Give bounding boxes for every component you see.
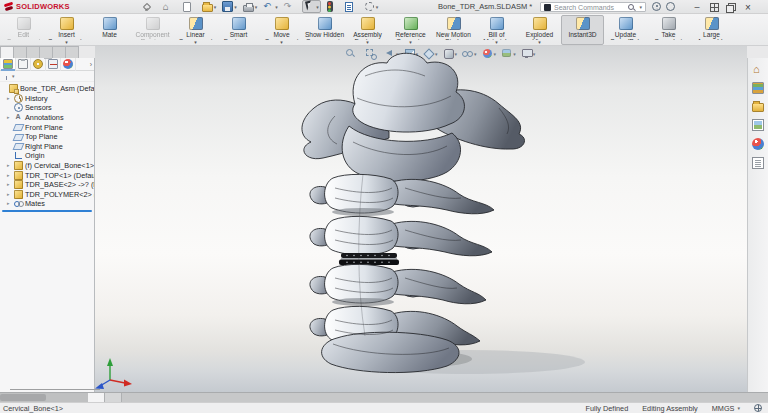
ribbon-button-edit-component[interactable]: Edit Component ▾ [2, 15, 45, 45]
tab-assembly[interactable] [0, 46, 13, 58]
tdr-implant [339, 253, 399, 265]
custom-properties-icon[interactable] [752, 157, 764, 169]
document-title: Bone_TDR_Asm.SLDASM * [438, 0, 532, 14]
search-icon[interactable] [627, 3, 635, 11]
quick-access-undo[interactable]: ▾ [261, 0, 280, 13]
filter-icon[interactable] [3, 72, 10, 80]
tab-scroll-area[interactable] [0, 393, 88, 402]
manager-tab-feature-manager[interactable] [1, 58, 16, 71]
quick-access-new-document[interactable]: ▾ [180, 0, 198, 13]
quick-access-select[interactable]: ▾ [302, 0, 321, 13]
quick-access-print[interactable]: ▾ [241, 0, 260, 13]
manager-tab-dimxpert-manager[interactable] [46, 58, 61, 71]
tab-layout[interactable] [13, 46, 26, 58]
large-assembly-settings-icon [705, 17, 719, 30]
help-icon[interactable] [666, 2, 675, 11]
search-commands-box[interactable]: Search Commands ▾ [540, 2, 646, 12]
tree-item-sensors[interactable]: ▸ Sensors [0, 103, 94, 113]
part-icon [14, 161, 23, 170]
design-library-icon[interactable] [752, 82, 764, 94]
tree-item-tdr-base-2[interactable]: ▸ TDR_BASE<2> ->? (Default) <<De [0, 180, 94, 190]
ribbon-button-large-assembly-settings[interactable]: Large Assembly Settings ▾ [690, 15, 733, 45]
titlebar-icons [652, 2, 675, 11]
move-component-icon [275, 17, 289, 30]
command-manager-tabs [0, 46, 79, 58]
ribbon-button-mate[interactable]: Mate ▾ [88, 15, 131, 45]
reference-geometry-icon [404, 17, 418, 30]
plane-icon [13, 124, 25, 131]
quick-access-save[interactable]: ▾ [220, 0, 239, 13]
quick-access-rebuild[interactable]: ▾ [323, 0, 341, 13]
display-manager-icon [63, 59, 73, 69]
quick-access-redo[interactable]: ▾ [282, 0, 301, 13]
tree-selection-line [2, 210, 92, 212]
component-preview-window-icon [146, 17, 160, 30]
ribbon-button-exploded-view[interactable]: Exploded View ▾ [518, 15, 561, 45]
take-snapshot-icon [662, 17, 676, 30]
update-speedpak-subassemblies-icon [619, 17, 633, 30]
file-explorer-icon[interactable] [752, 103, 764, 112]
restore-icon[interactable] [724, 1, 738, 13]
tile-icon[interactable] [707, 1, 721, 13]
tree-item-annotations[interactable]: ▸ Annotations [0, 113, 94, 123]
ribbon-button-instant3d[interactable]: Instant3D ▾ [561, 15, 604, 45]
solidworks-resources-icon[interactable] [752, 63, 764, 75]
tree-item-mates[interactable]: ▸ Mates [0, 199, 94, 209]
quick-access-file-properties[interactable]: ▾ [342, 0, 360, 13]
tree-item-front-plane[interactable]: ▸ Front Plane [0, 122, 94, 132]
bottom-tab-model[interactable] [88, 393, 105, 402]
tab-sketch[interactable] [26, 46, 39, 58]
tree-item-history[interactable]: ▸ History [0, 94, 94, 104]
ribbon-button-reference-geometry[interactable]: Reference Geometry ▾ [389, 15, 432, 45]
tree-item-cervical-bone-1[interactable]: ▸ (f) Cervical_Bone<1> (Default) << [0, 161, 94, 171]
pin-menu-icon[interactable] [142, 3, 150, 11]
ribbon-button-assembly-features[interactable]: Assembly Features ▾ [346, 15, 389, 45]
tab-markup[interactable] [39, 46, 52, 58]
quick-access-home[interactable]: ▾ [160, 0, 179, 13]
ribbon-button-take-snapshot[interactable]: Take Snapshot ▾ [647, 15, 690, 45]
tab-evaluate[interactable] [52, 46, 65, 58]
bottom-tab-motion-study-1[interactable] [105, 393, 122, 402]
manager-tabs-overflow[interactable]: › [90, 61, 92, 68]
tree-item-origin[interactable]: ▸ Origin [0, 151, 94, 161]
filter-caret-icon[interactable]: ▾ [12, 73, 15, 79]
manager-tab-property-manager[interactable] [16, 58, 31, 71]
tree-item-assembly[interactable]: ▸ Bone_TDR_Asm (Default) <Display Sta [0, 84, 94, 94]
ribbon-button-smart-fasteners[interactable]: Smart Fasteners ▾ [217, 15, 260, 45]
command-manager-ribbon: Edit Component ▾ Insert Components ▾ Mat… [0, 14, 768, 46]
tree-item-tdr-polymer-2[interactable]: ▸ TDR_POLYMER<2> (Default) <<D [0, 190, 94, 200]
ribbon-button-show-hidden-components[interactable]: Show Hidden Components ▾ [303, 15, 346, 45]
tab-scroll-thumb[interactable] [0, 394, 46, 401]
quick-access-options[interactable]: ▾ [362, 0, 381, 13]
ribbon-button-component-preview-window[interactable]: Component Preview Window ▾ [131, 15, 174, 45]
tree-item-tdr-top-1[interactable]: ▸ TDR_TOP<1> (Default) <<Default [0, 170, 94, 180]
minimize-icon[interactable] [690, 1, 704, 13]
ribbon-button-insert-components[interactable]: Insert Components ▾ [45, 15, 88, 45]
assembly-icon [9, 84, 18, 93]
status-units[interactable]: MMGS ▾ [712, 404, 740, 413]
annotations-icon [14, 113, 23, 122]
quick-access-open[interactable]: ▾ [200, 0, 219, 13]
tree-item-top-plane[interactable]: ▸ Top Plane [0, 132, 94, 142]
ribbon-button-new-motion-study[interactable]: New Motion Study ▾ [432, 15, 475, 45]
model-cervical-spine[interactable] [95, 46, 747, 392]
ribbon-button-move-component[interactable]: Move Component ▾ [260, 15, 303, 45]
ribbon-button-linear-component-pattern[interactable]: Linear Component Pattern ▾ [174, 15, 217, 45]
view-palette-icon[interactable] [752, 119, 764, 131]
status-globe-icon[interactable] [754, 404, 762, 412]
tree-item-right-plane[interactable]: ▸ Right Plane [0, 142, 94, 152]
search-input[interactable]: Search Commands [554, 4, 624, 11]
undo-icon [263, 1, 274, 12]
origin-icon [15, 152, 22, 159]
configuration-manager-icon [33, 59, 43, 69]
graphics-area[interactable]: ▾ ▾ ▾ ▾ ▾ ▾ ▾ [95, 46, 747, 392]
appearances-scenes-icon[interactable] [752, 138, 764, 150]
close-icon[interactable] [741, 1, 755, 13]
manager-tab-display-manager[interactable] [61, 58, 76, 71]
search-scope-caret[interactable]: ▾ [639, 4, 642, 10]
ribbon-button-bill-of-materials[interactable]: Bill of Materials ▾ [475, 15, 518, 45]
user-account-icon[interactable] [652, 2, 661, 11]
ribbon-button-update-speedpak-subassemblies[interactable]: Update SpeedPak Subassemblies ▾ [604, 15, 647, 45]
tab-solidworks-add-ins[interactable] [65, 46, 79, 58]
save-icon [222, 1, 233, 12]
